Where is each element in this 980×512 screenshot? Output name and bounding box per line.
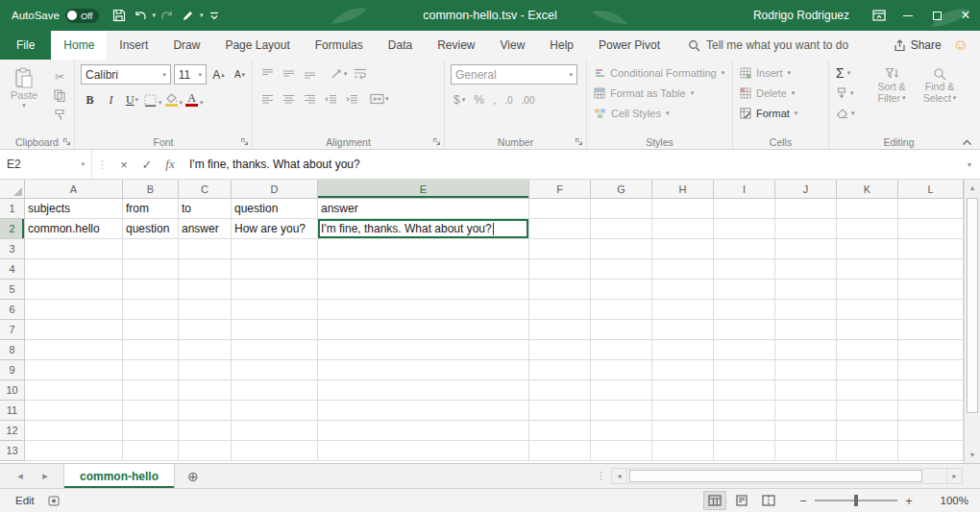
cell-I9[interactable] bbox=[714, 360, 775, 380]
column-header-C[interactable]: C bbox=[179, 180, 232, 199]
font-name-dropdown-icon[interactable]: ▾ bbox=[162, 71, 166, 79]
cell-C1[interactable]: to bbox=[179, 199, 232, 219]
cell-B6[interactable] bbox=[123, 300, 179, 320]
row-header-11[interactable]: 11 bbox=[0, 401, 25, 421]
cell-K12[interactable] bbox=[837, 421, 898, 441]
row-header-6[interactable]: 6 bbox=[0, 300, 25, 320]
cell-I5[interactable] bbox=[714, 280, 775, 300]
feedback-smiley-icon[interactable]: ☺ bbox=[953, 31, 980, 60]
borders-dropdown-icon[interactable]: ▾ bbox=[159, 99, 162, 107]
zoom-in-button[interactable]: + bbox=[899, 494, 919, 508]
orientation-dropdown-icon[interactable]: ▾ bbox=[344, 70, 348, 78]
find-select-button[interactable]: Find & Select▾ bbox=[916, 63, 964, 123]
sheet-tab-common-hello[interactable]: common-hello bbox=[63, 464, 175, 488]
cell-A2[interactable]: common.hello bbox=[25, 219, 123, 239]
cell-G11[interactable] bbox=[591, 401, 652, 421]
cell-A3[interactable] bbox=[25, 239, 123, 259]
cell-E3[interactable] bbox=[318, 239, 529, 259]
column-header-I[interactable]: I bbox=[714, 180, 775, 199]
cell-L4[interactable] bbox=[898, 259, 964, 280]
cell-D10[interactable] bbox=[232, 380, 318, 401]
cell-I4[interactable] bbox=[714, 259, 775, 280]
tell-me-box[interactable]: Tell me what you want to do bbox=[688, 31, 848, 60]
cell-J8[interactable] bbox=[775, 340, 837, 360]
cell-D9[interactable] bbox=[232, 360, 318, 380]
cell-E4[interactable] bbox=[318, 259, 529, 280]
scroll-down-icon[interactable]: ▾ bbox=[965, 447, 980, 463]
number-format-combobox[interactable]: General ▾ bbox=[451, 64, 577, 85]
cell-C11[interactable] bbox=[179, 401, 232, 421]
cell-D5[interactable] bbox=[232, 280, 318, 300]
percent-style-button[interactable]: % bbox=[471, 90, 487, 110]
autosum-dropdown-icon[interactable]: ▾ bbox=[847, 69, 851, 77]
cell-J1[interactable] bbox=[775, 199, 837, 219]
cell-D4[interactable] bbox=[232, 259, 318, 280]
formula-bar-splitter[interactable]: ⋮ bbox=[92, 158, 112, 171]
cell-A7[interactable] bbox=[25, 320, 123, 340]
cell-H13[interactable] bbox=[652, 441, 714, 461]
row-header-8[interactable]: 8 bbox=[0, 340, 25, 360]
cell-J4[interactable] bbox=[775, 259, 837, 280]
cell-E9[interactable] bbox=[318, 360, 529, 380]
cell-E13[interactable] bbox=[318, 441, 529, 461]
zoom-slider[interactable] bbox=[815, 500, 897, 501]
tab-home[interactable]: Home bbox=[51, 31, 107, 60]
cell-L9[interactable] bbox=[898, 360, 964, 380]
cell-D6[interactable] bbox=[232, 300, 318, 320]
cell-B5[interactable] bbox=[123, 280, 179, 300]
format-as-table-dropdown-icon[interactable]: ▾ bbox=[691, 89, 695, 97]
cell-I12[interactable] bbox=[714, 421, 775, 441]
cell-D2[interactable]: How are you? bbox=[232, 219, 318, 239]
sheet-nav-right-icon[interactable]: ▸ bbox=[33, 470, 58, 482]
cell-A12[interactable] bbox=[25, 421, 123, 441]
row-header-4[interactable]: 4 bbox=[0, 259, 25, 280]
cell-K7[interactable] bbox=[837, 320, 898, 340]
cell-A1[interactable]: subjects bbox=[25, 199, 123, 219]
cell-G8[interactable] bbox=[591, 340, 652, 360]
cell-L2[interactable] bbox=[898, 219, 964, 239]
cell-E6[interactable] bbox=[318, 300, 529, 320]
cell-C4[interactable] bbox=[179, 259, 232, 280]
sort-filter-button[interactable]: Sort & Filter▾ bbox=[868, 63, 916, 123]
cell-L5[interactable] bbox=[898, 280, 964, 300]
column-header-J[interactable]: J bbox=[775, 180, 837, 199]
cell-L12[interactable] bbox=[898, 421, 964, 441]
column-header-B[interactable]: B bbox=[123, 180, 179, 199]
accounting-dropdown-icon[interactable]: ▾ bbox=[462, 96, 466, 104]
decrease-font-size-button[interactable]: A▾ bbox=[231, 65, 249, 85]
column-header-G[interactable]: G bbox=[591, 180, 652, 199]
undo-button[interactable] bbox=[130, 4, 151, 27]
italic-button[interactable]: I bbox=[102, 90, 120, 110]
cell-B7[interactable] bbox=[123, 320, 179, 340]
cell-I2[interactable] bbox=[714, 219, 775, 239]
cell-H2[interactable] bbox=[652, 219, 714, 239]
row-header-3[interactable]: 3 bbox=[0, 239, 25, 259]
user-name[interactable]: Rodrigo Rodriguez bbox=[753, 9, 849, 22]
cell-A11[interactable] bbox=[25, 401, 123, 421]
font-size-dropdown-icon[interactable]: ▾ bbox=[198, 71, 202, 79]
cell-I13[interactable] bbox=[714, 441, 775, 461]
align-right-button[interactable] bbox=[301, 89, 319, 109]
cell-D12[interactable] bbox=[232, 421, 318, 441]
cell-J10[interactable] bbox=[775, 380, 837, 401]
cell-E7[interactable] bbox=[318, 320, 529, 340]
column-header-H[interactable]: H bbox=[652, 180, 714, 199]
vertical-scrollbar[interactable]: ▴ ▾ bbox=[964, 180, 980, 463]
cell-L6[interactable] bbox=[898, 300, 964, 320]
cell-C5[interactable] bbox=[179, 280, 232, 300]
column-header-F[interactable]: F bbox=[529, 180, 591, 199]
row-header-10[interactable]: 10 bbox=[0, 380, 25, 401]
cell-K3[interactable] bbox=[837, 239, 898, 259]
paste-button[interactable]: Paste ▾ bbox=[4, 64, 44, 123]
cell-C6[interactable] bbox=[179, 300, 232, 320]
cell-F1[interactable] bbox=[529, 199, 591, 219]
cell-E11[interactable] bbox=[318, 401, 529, 421]
vertical-scroll-thumb[interactable] bbox=[967, 198, 978, 413]
cell-G6[interactable] bbox=[591, 300, 652, 320]
cell-B13[interactable] bbox=[123, 441, 179, 461]
cell-K1[interactable] bbox=[837, 199, 898, 219]
underline-dropdown-icon[interactable]: ▾ bbox=[135, 96, 139, 104]
cell-H5[interactable] bbox=[652, 280, 714, 300]
tab-review[interactable]: Review bbox=[425, 31, 487, 60]
cell-C2[interactable]: answer bbox=[179, 219, 232, 239]
